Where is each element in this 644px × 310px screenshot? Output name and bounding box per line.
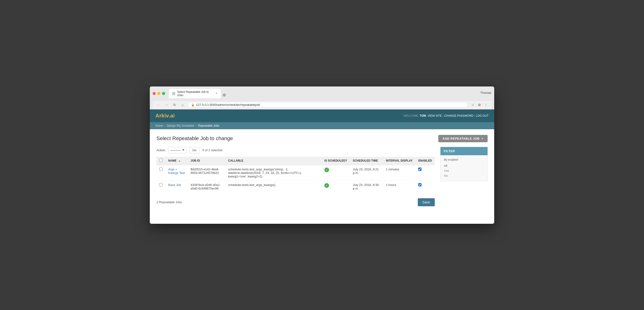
view-site-link[interactable]: VIEW SITE <box>428 114 442 117</box>
row2-name: Base Job <box>165 181 188 193</box>
breadcrumb-sep-2: › <box>196 124 197 127</box>
browser-chrome: Select Repeatable Job to chan ✕ ⊕ Thomas… <box>150 86 494 109</box>
breadcrumb-section[interactable]: Django RQ Scheduler <box>167 124 194 127</box>
row1-checkbox-cell <box>156 165 165 181</box>
col-job-id: JOB ID <box>188 157 225 165</box>
go-button[interactable]: Go <box>189 147 200 153</box>
table-header-row: NAME ▲ JOB ID CALLABLE IS SCHEDULED? SCH… <box>156 157 435 165</box>
refresh-button[interactable]: ↻ <box>172 102 178 108</box>
row1-job-id: fb62f010-e142-4be8-9003-467124578b22 <box>188 165 225 181</box>
selected-count: 0 of 2 selected <box>202 148 222 152</box>
add-button-label: ADD REPEATABLE JOB <box>442 137 480 140</box>
content-layout: Action: ---------- Go 0 of 2 selected <box>156 147 488 206</box>
row1-is-scheduled: ✓ <box>322 165 350 181</box>
row1-checkbox[interactable] <box>159 168 162 171</box>
filter-option-all[interactable]: All <box>444 163 484 168</box>
select-all-header <box>156 157 165 165</box>
action-bar: Action: ---------- Go 0 of 2 selected <box>156 147 435 153</box>
maximize-button[interactable] <box>162 92 165 95</box>
main-content: Select Repeatable Job to change ADD REPE… <box>150 129 494 224</box>
row2-checkbox[interactable] <box>159 183 162 186</box>
row2-is-scheduled: ✓ <box>322 181 350 193</box>
row2-checkbox-cell <box>156 181 165 193</box>
row2-callable: scheduler.tests.test_args_kwargs() <box>225 181 322 193</box>
row1-callable: scheduler.tests.test_args_kwargs('string… <box>225 165 322 181</box>
content-main: Action: ---------- Go 0 of 2 selected <box>156 147 435 206</box>
browser-window: Select Repeatable Job to chan ✕ ⊕ Thomas… <box>150 86 494 224</box>
admin-nav: WELCOME, TOM. VIEW SITE / CHANGE PASSWOR… <box>404 114 488 117</box>
action-select[interactable]: ---------- <box>168 147 186 153</box>
nav-separator-2: / <box>474 114 476 117</box>
breadcrumb-current: Repeatable Jobs <box>198 124 220 127</box>
filter-section-title: By enabled <box>444 158 484 161</box>
table-row: Args + Kwargs Test fb62f010-e142-4be8-90… <box>156 165 435 181</box>
page-title: Select Repeatable Job to change <box>156 135 233 141</box>
tab-close-icon[interactable]: ✕ <box>215 92 218 95</box>
add-button-icon: + <box>482 137 483 140</box>
scheduled-icon-row2: ✓ <box>324 183 329 188</box>
admin-username: TOM <box>420 114 426 117</box>
tab-favicon <box>172 92 175 95</box>
forward-button[interactable]: → <box>164 102 170 108</box>
filter-sidebar: FILTER By enabled All Yes No <box>440 147 488 206</box>
col-scheduled-time: SCHEDULED TIME <box>350 157 383 165</box>
table-count: 2 Repeatable Jobs <box>156 200 182 204</box>
extensions-icon[interactable]: ⚙ <box>477 102 482 107</box>
row1-name: Args + Kwargs Test <box>165 165 188 181</box>
home-button[interactable]: ⌂ <box>180 102 186 108</box>
welcome-prefix: WELCOME, <box>404 114 419 117</box>
close-button[interactable] <box>153 92 156 95</box>
admin-header: Arkiv.ai WELCOME, TOM. VIEW SITE / CHANG… <box>150 109 494 122</box>
add-repeatable-job-button[interactable]: ADD REPEATABLE JOB + <box>438 135 488 142</box>
save-button[interactable]: Save <box>418 198 435 206</box>
row2-enabled <box>416 181 435 193</box>
scheduled-icon-row1: ✓ <box>324 168 329 172</box>
browser-titlebar: Select Repeatable Job to chan ✕ ⊕ Thomas <box>153 89 491 98</box>
new-tab-button[interactable]: ⊕ <box>221 92 228 98</box>
table-row: Base Job 43397bcb-d2d6-40a1-a5d0-6c84887… <box>156 181 435 193</box>
row2-interval-display: 1 hours <box>383 181 416 193</box>
col-callable: CALLABLE <box>225 157 322 165</box>
row2-scheduled-time: July 23, 2018, 8:30 p.m. <box>350 181 383 193</box>
filter-option-yes[interactable]: Yes <box>444 168 484 173</box>
row1-name-link[interactable]: Args + Kwargs Test <box>168 168 185 175</box>
row2-name-link[interactable]: Base Job <box>168 183 181 187</box>
row1-enabled <box>416 165 435 181</box>
action-label: Action: <box>156 148 166 152</box>
address-bar[interactable]: 🔒 127.0.0.1:5000/admin/scheduler/repeata… <box>188 102 468 108</box>
col-interval-display: INTERVAL DISPLAY <box>383 157 416 165</box>
row1-scheduled-time: July 23, 2018, 8:21 p.m. <box>350 165 383 181</box>
menu-icon[interactable]: ⋮ <box>483 102 488 107</box>
data-table: NAME ▲ JOB ID CALLABLE IS SCHEDULED? SCH… <box>156 157 435 193</box>
admin-logo: Arkiv.ai <box>156 113 175 119</box>
table-head: NAME ▲ JOB ID CALLABLE IS SCHEDULED? SCH… <box>156 157 435 165</box>
row1-interval-display: 1 minutes <box>383 165 416 181</box>
tab-title: Select Repeatable Job to chan <box>177 90 212 97</box>
col-name: NAME ▲ <box>165 157 188 165</box>
page-header: Select Repeatable Job to change ADD REPE… <box>156 135 488 142</box>
back-button[interactable]: ← <box>156 102 162 108</box>
filter-header: FILTER <box>440 147 488 155</box>
table-body: Args + Kwargs Test fb62f010-e142-4be8-90… <box>156 165 435 193</box>
active-tab[interactable]: Select Repeatable Job to chan ✕ <box>169 89 221 98</box>
filter-section: By enabled All Yes No <box>440 155 488 181</box>
table-footer: 2 Repeatable Jobs Save <box>156 196 435 206</box>
address-url: 127.0.0.1:5000/admin/scheduler/repeatabl… <box>196 103 260 107</box>
browser-tabs: Select Repeatable Job to chan ✕ ⊕ <box>169 89 480 98</box>
filter-option-no[interactable]: No <box>444 173 484 178</box>
row2-enabled-checkbox[interactable] <box>418 183 422 186</box>
select-all-checkbox[interactable] <box>159 159 162 162</box>
log-out-link[interactable]: LOG OUT <box>476 114 488 117</box>
row1-enabled-checkbox[interactable] <box>418 168 422 171</box>
breadcrumb-sep-1: › <box>164 124 165 127</box>
page-content: Arkiv.ai WELCOME, TOM. VIEW SITE / CHANG… <box>150 109 494 224</box>
col-enabled: ENABLED <box>416 157 435 165</box>
bookmark-icon[interactable]: ☆ <box>470 102 475 107</box>
sort-arrow-name: ▲ <box>178 160 181 162</box>
change-password-link[interactable]: CHANGE PASSWORD <box>444 114 474 117</box>
breadcrumb-home[interactable]: Home <box>156 124 163 127</box>
breadcrumb: Home › Django RQ Scheduler › Repeatable … <box>150 122 494 129</box>
traffic-lights <box>153 92 165 95</box>
minimize-button[interactable] <box>157 92 160 95</box>
browser-user: Thomas <box>480 91 491 96</box>
